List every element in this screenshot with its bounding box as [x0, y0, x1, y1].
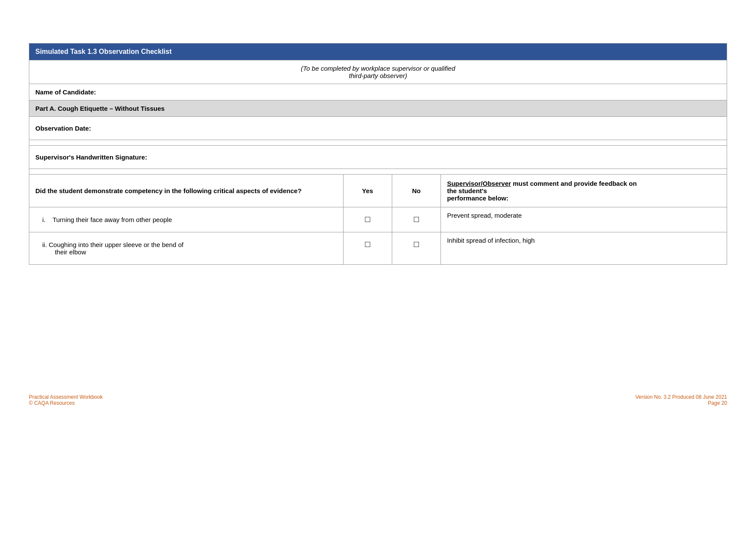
item-1-feedback: Prevent spread, moderate — [441, 207, 727, 232]
item-2-text: ii. Coughing into their upper sleeve or … — [29, 232, 344, 265]
subtitle-row: (To be completed by workplace supervisor… — [29, 60, 727, 84]
item-1-label: i. Turning their face away from other pe… — [42, 216, 172, 223]
item-2-yes-checkbox[interactable]: □ — [343, 232, 392, 265]
footer-left: Practical Assessment Workbook © CAQA Res… — [29, 394, 103, 406]
page-wrapper: Simulated Task 1.3 Observation Checklist… — [29, 43, 727, 406]
name-row: Name of Candidate: — [29, 84, 727, 100]
obs-date-row: Observation Date: — [29, 117, 727, 140]
sig-label: Supervisor's Handwritten Signature: — [29, 146, 727, 169]
part-header-row: Part A. Cough Etiquette – Without Tissue… — [29, 100, 727, 117]
footer-left-line1: Practical Assessment Workbook — [29, 394, 103, 400]
item-1-yes-checkbox[interactable]: □ — [343, 207, 392, 232]
footer-right: Version No. 3.2 Produced 08 June 2021 Pa… — [635, 394, 727, 406]
subtitle-cell: (To be completed by workplace supervisor… — [29, 60, 727, 84]
footer-left-line2: © CAQA Resources — [29, 400, 103, 406]
col2-header: Yes — [343, 175, 392, 207]
item-2-feedback-text: Inhibit spread of infection, high — [447, 237, 534, 244]
spacer-row-2 — [29, 169, 727, 175]
item-2-feedback: Inhibit spread of infection, high — [441, 232, 727, 265]
subtitle-line2: third-party observer) — [349, 72, 407, 79]
footer: Practical Assessment Workbook © CAQA Res… — [29, 394, 727, 406]
item-1-no-checkbox[interactable]: □ — [392, 207, 440, 232]
part-label: Part A. Cough Etiquette – Without Tissue… — [29, 100, 727, 117]
col4-line1: Supervisor/Observer must comment and pro… — [447, 180, 637, 187]
data-row-2: ii. Coughing into their upper sleeve or … — [29, 232, 727, 265]
sig-row: Supervisor's Handwritten Signature: — [29, 146, 727, 169]
col3-header: No — [392, 175, 440, 207]
col-header-row: Did the student demonstrate competency i… — [29, 175, 727, 207]
title-row: Simulated Task 1.3 Observation Checklist — [29, 44, 727, 60]
obs-date-label: Observation Date: — [29, 117, 727, 140]
checklist-table: Simulated Task 1.3 Observation Checklist… — [29, 43, 727, 265]
col1-header: Did the student demonstrate competency i… — [29, 175, 344, 207]
data-row-1: i. Turning their face away from other pe… — [29, 207, 727, 232]
spacer-row-1 — [29, 140, 727, 146]
col4-line2: the student's — [447, 187, 487, 194]
subtitle-line1: (To be completed by workplace supervisor… — [301, 65, 455, 72]
footer-right-line2: Page 20 — [635, 400, 727, 406]
item-1-feedback-text: Prevent spread, moderate — [447, 212, 522, 219]
footer-right-line1: Version No. 3.2 Produced 08 June 2021 — [635, 394, 727, 400]
name-label: Name of Candidate: — [29, 84, 727, 100]
col4-line3: performance below: — [447, 194, 509, 202]
col4-header: Supervisor/Observer must comment and pro… — [441, 175, 727, 207]
item-2-no-checkbox[interactable]: □ — [392, 232, 440, 265]
checklist-title: Simulated Task 1.3 Observation Checklist — [29, 44, 727, 60]
item-1-text: i. Turning their face away from other pe… — [29, 207, 344, 232]
item-2-label: ii. Coughing into their upper sleeve or … — [42, 241, 184, 256]
